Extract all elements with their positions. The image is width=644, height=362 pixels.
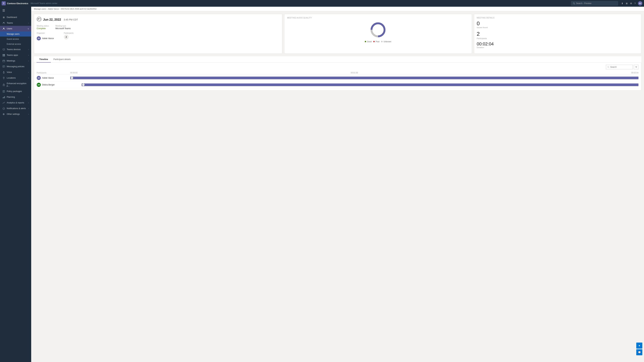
meeting-time: 3:45 PM CDT — [64, 18, 78, 21]
avatar-debra: DB — [37, 83, 41, 87]
breadcrumb-sep2: › — [60, 8, 60, 10]
svg-point-2 — [573, 2, 574, 4]
timeline-search-box[interactable] — [606, 65, 633, 69]
legend-poor: Poor — [373, 40, 380, 42]
svg-rect-9 — [2, 54, 4, 55]
sidebar-item-voice[interactable]: Voice › — [0, 69, 31, 75]
bar-icon-phone — [82, 84, 84, 86]
legend-unknown: Unknown — [381, 40, 391, 42]
screen-icon[interactable]: 🖥 — [626, 2, 628, 5]
dashboard-icon: ⊞ — [2, 16, 5, 18]
timeline-section: Participants 00:00:00 00:01:00 00:02:04 … — [34, 63, 641, 90]
download-icon[interactable]: ⬇ — [621, 2, 623, 5]
floating-action-buttons: ★ 💬 — [636, 343, 642, 355]
sidebar-item-meetings[interactable]: Meetings › — [0, 58, 31, 64]
svg-point-5 — [4, 22, 4, 23]
svg-rect-30 — [2, 97, 3, 98]
meeting-info-cards: Jun 22, 2022 3:45 PM CDT Meeting status … — [34, 14, 641, 54]
svg-rect-12 — [4, 55, 5, 56]
sidebar-item-label: Voice — [7, 71, 27, 73]
timeline-col-header: 00:00:00 00:01:00 00:02:04 — [70, 72, 638, 74]
chevron-icon: › — [28, 77, 29, 79]
sidebar-item-label: Messaging policies — [7, 65, 29, 68]
global-search[interactable]: Search - Preview — [571, 1, 618, 5]
breadcrumb-manage-users[interactable]: Manage users — [34, 8, 46, 10]
svg-rect-13 — [2, 60, 5, 62]
issues-value: 0 — [477, 21, 638, 26]
main-content: Manage users › Adele Vance › 05579c42-08… — [31, 7, 644, 362]
sidebar-item-label: Teams devices — [7, 48, 27, 51]
svg-rect-11 — [2, 55, 4, 56]
participant-bar-debra[interactable] — [82, 83, 638, 86]
user-avatar[interactable]: AV — [638, 1, 642, 5]
planning-icon — [2, 96, 5, 98]
settings-icon[interactable]: ⚙ — [630, 2, 632, 5]
meeting-details-card: MEETING DETAILS 0 Issues found 2 Partici… — [474, 14, 641, 54]
sidebar-item-teams[interactable]: Teams › — [0, 20, 31, 26]
sidebar-item-label: Dashboard — [7, 16, 29, 18]
svg-rect-17 — [2, 65, 5, 67]
meeting-type-value: Microsoft Teams — [56, 27, 71, 30]
time-end: 00:02:04 — [631, 72, 638, 74]
timeline-search-input[interactable] — [610, 66, 631, 68]
sidebar-item-notifications[interactable]: Notifications & alerts › — [0, 106, 31, 111]
participant-bar-adele[interactable] — [70, 77, 638, 79]
sidebar-item-planning[interactable]: Planning › — [0, 94, 31, 100]
timeline-header: Participants 00:00:00 00:01:00 00:02:04 — [37, 71, 638, 75]
sidebar-item-label: Notifications & alerts — [7, 107, 27, 110]
participant-debra: DB Debra Berger — [37, 83, 70, 87]
sidebar: ☰ ⊞ Dashboard Teams › Users ∨ Manage use… — [0, 7, 31, 362]
page-content: Jun 22, 2022 3:45 PM CDT Meeting status … — [31, 11, 644, 362]
sidebar-item-label: Analytics & reports — [7, 102, 27, 104]
svg-point-35 — [40, 18, 40, 19]
meeting-status-value: Complete — [37, 27, 49, 30]
participants-value: 2 — [477, 31, 638, 37]
sidebar-item-analytics[interactable]: Analytics & reports › — [0, 100, 31, 106]
svg-point-34 — [38, 18, 39, 19]
sidebar-item-users[interactable]: Users ∨ — [0, 26, 31, 31]
breadcrumb-user-name[interactable]: Adele Vance — [48, 8, 59, 10]
timeline-filter-btn[interactable] — [634, 65, 638, 69]
tab-timeline[interactable]: Timeline — [36, 56, 51, 62]
sidebar-item-teams-devices[interactable]: Teams devices › — [0, 46, 31, 52]
sidebar-item-other-settings[interactable]: ⚙ Other settings › — [0, 111, 31, 117]
company-name: Contoso Electronics — [7, 2, 28, 5]
chevron-icon: › — [28, 102, 29, 104]
sidebar-item-manage-users[interactable]: Manage users — [0, 31, 31, 36]
users-icon — [2, 27, 5, 30]
participants-label: Participants — [64, 32, 74, 34]
policy-icon — [2, 90, 5, 93]
chevron-icon: › — [28, 49, 29, 50]
float-btn-chat[interactable]: 💬 — [636, 349, 642, 355]
sidebar-item-external-access[interactable]: External access — [0, 41, 31, 46]
participants-metric: 2 Participants — [477, 31, 638, 39]
sidebar-item-teams-apps[interactable]: Teams apps › — [0, 52, 31, 58]
sidebar-item-label: Locations — [7, 77, 27, 79]
sidebar-item-locations[interactable]: Locations › — [0, 75, 31, 81]
chevron-icon: ∨ — [28, 28, 29, 30]
timeline-bar-area-debra — [70, 83, 638, 86]
sidebar-item-messaging-policies[interactable]: Messaging policies — [0, 64, 31, 69]
details-card-title: MEETING DETAILS — [477, 17, 638, 19]
organizer-avatar: AV — [37, 36, 41, 40]
encryption-icon — [2, 83, 5, 86]
sidebar-item-label: Meetings — [7, 60, 27, 62]
external-access-label: External access — [7, 43, 21, 45]
sidebar-item-label: Other settings — [7, 113, 27, 115]
chevron-icon: › — [28, 54, 29, 56]
timeline-bar-area-adele — [70, 76, 638, 80]
tab-participant-details[interactable]: Participant details — [51, 56, 74, 62]
sidebar-hamburger[interactable]: ☰ — [0, 7, 31, 14]
time-start: 00:00:00 — [70, 72, 78, 74]
float-btn-star[interactable]: ★ — [636, 343, 642, 349]
analytics-icon — [2, 101, 5, 104]
sidebar-item-guest-access[interactable]: Guest access — [0, 36, 31, 41]
organizer-field: Organizer AV Adele Vance — [37, 32, 54, 40]
sidebar-item-policy-packages[interactable]: Policy packages — [0, 88, 31, 94]
help-icon[interactable]: ? — [634, 2, 636, 5]
teams-icon — [2, 22, 5, 24]
search-icon — [573, 2, 575, 4]
sidebar-item-encryption[interactable]: Enhanced encryption p... — [0, 81, 31, 88]
poor-dot — [373, 41, 375, 42]
sidebar-item-dashboard[interactable]: ⊞ Dashboard — [0, 14, 31, 20]
